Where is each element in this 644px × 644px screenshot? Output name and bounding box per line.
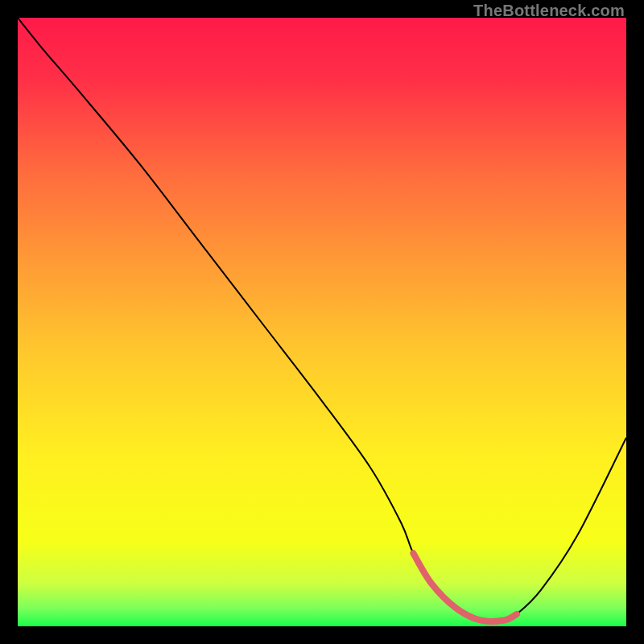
chart-svg bbox=[18, 18, 626, 626]
gradient-background bbox=[18, 18, 626, 626]
chart-frame: TheBottleneck.com bbox=[0, 0, 644, 644]
watermark-text: TheBottleneck.com bbox=[473, 2, 625, 20]
plot-area bbox=[18, 18, 626, 626]
